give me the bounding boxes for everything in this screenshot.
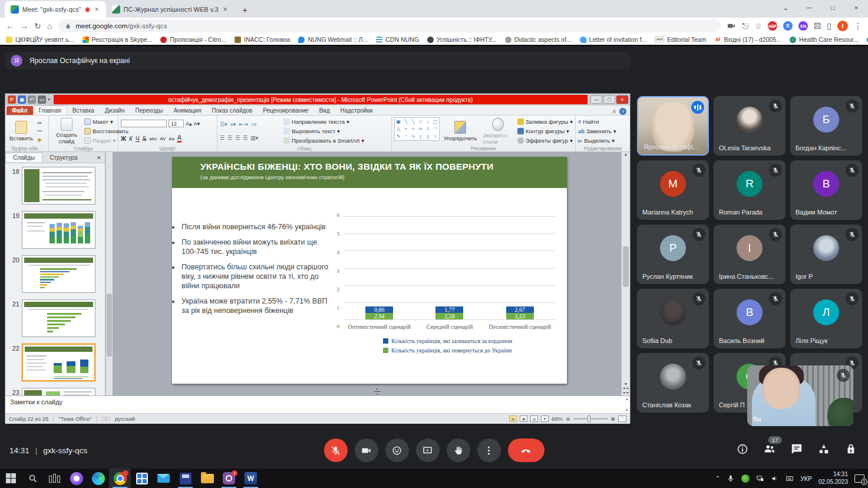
camera-allowed-icon[interactable]	[727, 21, 736, 31]
char-spacing-button[interactable]: AV	[160, 136, 166, 141]
minimize-button[interactable]: ─	[797, 0, 821, 15]
ppt-minimize-button[interactable]: ─	[590, 95, 602, 104]
slide-thumbnail-19[interactable]: 19	[10, 211, 95, 249]
status-language[interactable]: русский	[115, 416, 135, 422]
end-call-button[interactable]	[508, 438, 544, 462]
bookmark-item[interactable]: Успішність :: ІФНТУ...	[427, 36, 497, 43]
word-app-icon[interactable]: W	[240, 469, 262, 488]
volume-icon[interactable]	[771, 474, 779, 483]
participant-tile[interactable]: B Вадим Момот	[790, 160, 862, 220]
align-right-icon[interactable]: ☰	[235, 135, 240, 141]
bookmark-item[interactable]: MВхідні (17) - d2005...	[714, 36, 781, 43]
zoom-in-icon[interactable]: ⊕	[610, 416, 615, 422]
shadow-button[interactable]: abc	[149, 136, 157, 141]
antivirus-icon[interactable]	[741, 474, 750, 483]
language-indicator[interactable]: УКР	[800, 475, 812, 482]
slide-thumbnail-22-selected[interactable]: 22	[10, 344, 95, 381]
participant-tile[interactable]: Л Ліля Ріщук	[790, 289, 862, 348]
file-explorer-icon[interactable]	[196, 469, 218, 488]
justify-icon[interactable]: ☰	[243, 135, 247, 141]
bookmark-item[interactable]: PKPEditorial Team	[655, 36, 706, 43]
tab-close-icon[interactable]: ×	[222, 5, 229, 14]
help-icon[interactable]: ?	[619, 108, 626, 115]
slide-sorter-icon[interactable]: ▦	[520, 416, 527, 422]
font-color-button[interactable]: A	[177, 134, 181, 143]
format-painter-icon[interactable]: ◆	[37, 136, 42, 143]
home-icon[interactable]: ⌂	[47, 21, 52, 31]
close-button[interactable]: ×	[844, 0, 868, 15]
smartart-button[interactable]: Преобразовать в SmartArt ▾	[283, 137, 389, 144]
previous-slide-icon[interactable]: ⏶⏶	[622, 386, 629, 391]
ribbon-tab-slideshow[interactable]: Показ слайдов	[206, 106, 258, 115]
ribbon-tab-transitions[interactable]: Переходы	[130, 106, 168, 115]
notes-scroll-up-icon[interactable]: ▲	[625, 397, 629, 401]
bookmark-item[interactable]: CDN NUNG	[376, 36, 419, 43]
self-view[interactable]: Ви	[747, 365, 853, 426]
reading-view-icon[interactable]: ▥	[530, 416, 538, 422]
participant-tile[interactable]: M Marianna Katrych	[637, 160, 709, 220]
numbering-icon[interactable]: ≡▾	[230, 121, 236, 127]
taskbar-clock[interactable]: 14:31 02.05.2023	[819, 471, 848, 486]
en-extension-icon[interactable]: EN	[798, 21, 808, 31]
edge-app-icon[interactable]	[87, 469, 109, 488]
bookmark-item[interactable]: NUNG Webmail :: Л...	[298, 36, 368, 43]
bookmark-item[interactable]: Health Care Resour...	[790, 36, 859, 43]
spellcheck-icon[interactable]: ✗⃞	[102, 416, 110, 422]
network-display-icon[interactable]	[756, 474, 764, 483]
ribbon-tab-addins[interactable]: Надстройки	[335, 106, 378, 115]
participants-button[interactable]: 17	[763, 443, 776, 458]
next-slide-icon[interactable]: ⏷⏷	[622, 391, 629, 395]
bookmark-item[interactable]: Letter of invitation f...	[580, 36, 646, 43]
qat-dropdown-icon[interactable]: ▾	[48, 97, 50, 102]
indent-icons[interactable]: ⇤⇥	[239, 121, 247, 127]
url-input[interactable]: meet.google.com/gxk-ssfy-qcs	[58, 19, 721, 32]
zoom-slider[interactable]	[573, 418, 608, 420]
quick-styles-button[interactable]: Экспресс-стили	[481, 117, 515, 145]
participant-tile[interactable]: Ярослав Остафі...	[637, 96, 709, 156]
select-button[interactable]: ▻Выделить ▾	[578, 137, 616, 144]
find-button[interactable]: #Найти	[578, 118, 616, 125]
extensions-puzzle-icon[interactable]: ⚄	[814, 21, 821, 31]
font-name-input[interactable]	[121, 120, 167, 127]
slideshow-view-icon[interactable]: ▼	[541, 416, 549, 422]
tab-slides[interactable]: Слайды	[5, 153, 42, 162]
ribbon-tab-file[interactable]: Файл	[6, 106, 33, 115]
slide-thumbnail-20[interactable]: 20	[10, 255, 95, 293]
ribbon-tab-design[interactable]: Дизайн	[100, 106, 130, 115]
slideshow-icon[interactable]: ▭	[38, 95, 46, 104]
change-case-button[interactable]: Aa	[169, 136, 174, 141]
save-icon[interactable]: ▣	[18, 95, 26, 104]
store-app-icon[interactable]	[131, 469, 153, 488]
chat-button[interactable]	[790, 443, 803, 458]
browser-menu-icon[interactable]: ⋮	[854, 21, 862, 31]
save-app-icon[interactable]	[174, 469, 196, 488]
viber-app-icon[interactable]: 7	[218, 469, 240, 488]
present-button[interactable]	[416, 438, 440, 462]
taskbar-search-button[interactable]	[22, 469, 44, 488]
new-slide-button[interactable]: Создать слайд	[51, 117, 82, 145]
notes-scroll-down-icon[interactable]: ▼	[625, 408, 629, 412]
participant-tile[interactable]: OLesia Taraevska	[714, 96, 786, 156]
zoom-out-icon[interactable]: ⊖	[566, 416, 570, 422]
participant-tile[interactable]: Igor P	[790, 225, 862, 284]
bookmark-item[interactable]: ЦКІФЦЙУ уеявпт ь...	[6, 36, 74, 43]
ppt-maximize-button[interactable]: □	[603, 95, 615, 104]
bullets-icon[interactable]: ☰▾	[220, 121, 227, 127]
forward-icon[interactable]: →	[20, 21, 28, 31]
slide-thumbnail-18[interactable]: 18	[10, 167, 95, 205]
participant-tile[interactable]: Станіслав Козак	[637, 353, 709, 413]
underline-button[interactable]: Ч	[136, 136, 140, 142]
shrink-font-icon[interactable]: A▾	[194, 121, 200, 127]
profile-avatar[interactable]: I	[837, 21, 848, 31]
side-panel-icon[interactable]: ▯	[827, 21, 831, 31]
participant-tile[interactable]: Б Богдан Карпінс...	[790, 96, 862, 156]
maximize-button[interactable]: □	[821, 0, 844, 15]
translate-extension-icon[interactable]: 文	[783, 21, 793, 31]
adblock-extension-icon[interactable]: ABP	[768, 21, 777, 31]
more-options-button[interactable]	[477, 438, 501, 462]
italic-button[interactable]: К	[129, 136, 133, 142]
scroll-up-icon[interactable]: ▲	[624, 152, 628, 156]
slide[interactable]: УКРАЇНСЬКІ БІЖЕНЦІ: ХТО ВОНИ, ЗВІДКИ ТА …	[172, 157, 567, 384]
slide-scrollbar[interactable]: ▲ ▼ ⏶⏶ ⏷⏷	[621, 152, 630, 395]
line-spacing-icon[interactable]: ↕≡	[250, 121, 256, 127]
